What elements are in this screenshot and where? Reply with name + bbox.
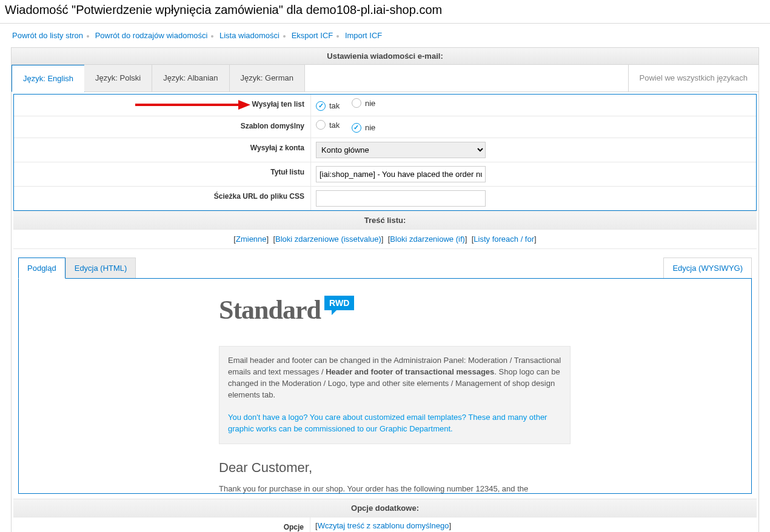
bc-link-4[interactable]: Import ICF xyxy=(345,31,382,40)
help-if[interactable]: Bloki zdarzeniowe (if) xyxy=(390,234,465,244)
bc-link-1[interactable]: Powrót do rodzajów wiadomości xyxy=(95,31,208,40)
help-issetvalue[interactable]: Bloki zdarzeniowe (issetvalue) xyxy=(275,234,381,244)
help-links-bar: [Zmienne] [Bloki zdarzeniowe (issetvalue… xyxy=(13,230,757,249)
tab-preview[interactable]: Podgląd xyxy=(18,258,65,279)
send-letter-label: Wysyłaj ten list xyxy=(14,95,311,116)
tab-lang-albanian[interactable]: Język: Albanian xyxy=(152,65,229,91)
letter-title-input[interactable] xyxy=(316,166,486,182)
default-no-radio[interactable]: nie xyxy=(352,123,375,133)
language-tabs: Język: English Język: Polski Język: Alba… xyxy=(12,65,758,92)
tab-html[interactable]: Edycja (HTML) xyxy=(65,258,136,278)
css-url-label: Ścieżka URL do pliku CSS xyxy=(14,187,311,210)
tab-lang-polski[interactable]: Język: Polski xyxy=(84,65,152,91)
letter-title-label: Tytuł listu xyxy=(14,162,311,186)
editor-tabs: Podgląd Edycja (HTML) Edycja (WYSIWYG) xyxy=(13,249,757,278)
arrow-icon xyxy=(135,101,250,109)
extra-options-header: Opcje dodatkowe: xyxy=(13,499,757,517)
email-preview: Standard RWD Email header and footer can… xyxy=(18,278,752,494)
panel-header: Ustawienia wiadomości e-mail: xyxy=(12,48,758,65)
bc-link-0[interactable]: Powrót do listy stron xyxy=(12,31,83,40)
default-template-label: Szablon domyślny xyxy=(14,116,311,138)
shop-logo: Standard RWD xyxy=(219,294,551,325)
tab-lang-english[interactable]: Język: English xyxy=(12,65,85,92)
rwd-badge-icon: RWD xyxy=(324,296,354,310)
breadcrumb: Powrót do listy stron Powrót do rodzajów… xyxy=(0,24,770,47)
help-foreach[interactable]: Listy foreach / for xyxy=(474,234,534,244)
email-body-text: Thank you for purchase in our shop. Your… xyxy=(219,484,551,493)
send-no-radio[interactable]: nie xyxy=(352,98,375,108)
page-title: Wiadomość "Potwierdzenie wpłynięcia zamó… xyxy=(5,3,765,17)
load-default-template-link[interactable]: Wczytaj treść z szablonu domyślnego xyxy=(318,521,449,530)
send-account-label: Wysyłaj z konta xyxy=(14,138,311,162)
bc-link-2[interactable]: Lista wiadomości xyxy=(219,31,280,40)
bc-link-3[interactable]: Eksport ICF xyxy=(292,31,333,40)
tab-lang-german[interactable]: Język: German xyxy=(230,65,305,91)
default-yes-radio[interactable]: tak xyxy=(316,120,340,130)
email-greeting: Dear Customer, xyxy=(219,460,551,476)
account-select[interactable]: Konto główne xyxy=(316,142,486,158)
help-variables[interactable]: Zmienne xyxy=(236,234,267,244)
tab-wysiwyg[interactable]: Edycja (WYSIWYG) xyxy=(663,258,752,278)
body-header: Treść listu: xyxy=(13,211,757,230)
info-notice: Email header and footer can be changed i… xyxy=(219,346,571,444)
clone-all-languages[interactable]: Powiel we wszystkich językach xyxy=(628,65,758,91)
css-url-input[interactable] xyxy=(316,190,486,207)
options-label: Opcje xyxy=(13,517,310,532)
send-yes-radio[interactable]: tak xyxy=(316,101,340,111)
graphic-dept-link[interactable]: You don't have a logo? You care about cu… xyxy=(228,413,547,433)
